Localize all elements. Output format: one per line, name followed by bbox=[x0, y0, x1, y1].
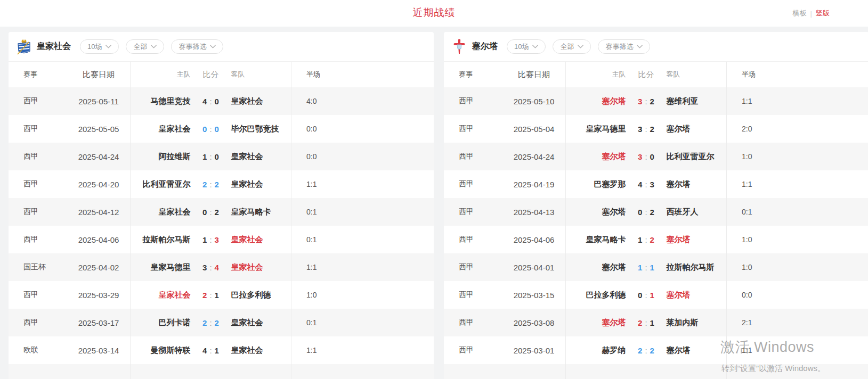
score bbox=[631, 374, 661, 379]
match-cell: 塞尔塔 2:1 莱加内斯 bbox=[565, 309, 726, 336]
competition-cell: 西甲 bbox=[444, 124, 502, 134]
halftime-cell: 1:0 bbox=[726, 253, 868, 281]
match-cell: 塞尔塔 1:1 拉斯帕尔马斯 bbox=[565, 253, 726, 281]
match-cell: 皇家社会 0:0 毕尔巴鄂竞技 bbox=[130, 115, 291, 143]
match-cell: 拉斯帕尔马斯 1:3 皇家社会 bbox=[130, 226, 291, 253]
competition-cell: 西甲 bbox=[9, 235, 67, 244]
table-row: 西甲 2025-04-06 拉斯帕尔马斯 1:3 皇家社会 0:1 bbox=[9, 226, 434, 253]
halftime-cell: 1:0 bbox=[726, 226, 868, 253]
col-score: 比分 bbox=[196, 70, 226, 80]
competition-cell: 西甲 bbox=[444, 290, 502, 300]
date-cell: 2025-03-15 bbox=[502, 291, 565, 300]
filter-label: 全部 bbox=[133, 42, 147, 52]
away-team: 塞尔塔 bbox=[667, 124, 727, 134]
col-away: 客队 bbox=[231, 70, 291, 79]
halftime-cell: 0:1 bbox=[291, 309, 434, 336]
home-team: 皇家社会 bbox=[131, 124, 191, 134]
table-row: 西甲 2025-03-15 巴拉多利德 0:1 塞尔塔 0:0 bbox=[444, 281, 868, 309]
home-team: 皇家马德里 bbox=[566, 124, 626, 134]
table-row: 西甲 2025-04-19 巴塞罗那 4:3 塞尔塔 1:1 bbox=[444, 170, 868, 198]
match-cell: 皇家马德里 3:2 塞尔塔 bbox=[565, 115, 726, 143]
date-cell: 2025-03-29 bbox=[67, 291, 130, 300]
table-row: 西甲 2025-05-11 马德里竞技 4:0 皇家社会 4:0 bbox=[9, 87, 434, 115]
table-row: 西甲 2025-05-05 皇家社会 0:0 毕尔巴鄂竞技 0:0 bbox=[9, 115, 434, 143]
table-row: 西甲 2025-03-08 塞尔塔 2:1 莱加内斯 2:1 bbox=[444, 309, 868, 336]
col-home: 主队 bbox=[566, 70, 626, 79]
away-team: 毕尔巴鄂竞技 bbox=[231, 124, 291, 134]
match-cell: 皇家社会 2:1 巴拉多利德 bbox=[130, 281, 291, 309]
date-cell: 2025-04-06 bbox=[502, 235, 565, 244]
home-team: 塞尔塔 bbox=[566, 262, 626, 273]
halftime-cell: 0:0 bbox=[726, 281, 868, 309]
away-team: 塞尔塔 bbox=[667, 235, 727, 245]
table-row: 西甲 2025-04-13 塞尔塔 0:2 西班牙人 0:1 bbox=[444, 198, 868, 226]
score: 1:0 bbox=[196, 152, 226, 161]
chevron-down-icon bbox=[578, 45, 583, 48]
page-title: 近期战绩 bbox=[413, 6, 456, 20]
competition-cell: 西甲 bbox=[444, 96, 502, 106]
competition-cell: 西甲 bbox=[444, 152, 502, 161]
table-row: 西甲 2025-04-12 皇家社会 0:2 皇家马略卡 0:1 bbox=[9, 198, 434, 226]
halftime-cell: 0:1 bbox=[291, 226, 434, 253]
date-cell: 2025-05-05 bbox=[67, 125, 130, 134]
score: 1:1 bbox=[631, 263, 661, 272]
match-cell: 比利亚雷亚尔 2:2 皇家社会 bbox=[130, 170, 291, 198]
match-cell: 马德里竞技 4:0 皇家社会 bbox=[130, 87, 291, 115]
col-date: 比赛日期 bbox=[67, 70, 130, 80]
date-cell: 2025-03-17 bbox=[67, 318, 130, 327]
home-team: 曼彻斯特联 bbox=[131, 345, 191, 356]
col-match: 主队 比分 客队 bbox=[130, 62, 291, 87]
date-cell: 2025-05-04 bbox=[502, 125, 565, 134]
competition-cell: 西甲 bbox=[444, 207, 502, 217]
table-row: 西甲 2025-04-24 塞尔塔 3:0 比利亚雷亚尔 1:0 bbox=[444, 143, 868, 170]
score: 4:3 bbox=[631, 180, 661, 189]
home-team: 巴列卡诺 bbox=[131, 318, 191, 328]
away-team: 比利亚雷亚尔 bbox=[667, 152, 727, 162]
away-team: 巴拉多利德 bbox=[231, 290, 291, 300]
table-row: 西甲 2025-03-17 巴列卡诺 2:2 皇家社会 0:1 bbox=[9, 309, 434, 336]
score: 2:1 bbox=[631, 318, 661, 327]
away-team: 皇家马略卡 bbox=[231, 207, 291, 217]
match-cell: 塞尔塔 0:2 西班牙人 bbox=[565, 198, 726, 226]
halftime-cell: 2:0 bbox=[726, 115, 868, 143]
filter-label: 10场 bbox=[514, 42, 529, 52]
match-cell: 皇家马德里 3:4 皇家社会 bbox=[130, 253, 291, 281]
table-row bbox=[9, 364, 434, 379]
filter-dropdown[interactable]: 赛事筛选 bbox=[171, 39, 223, 54]
away-team: 塞尔塔 bbox=[667, 179, 727, 190]
filter-dropdown[interactable]: 全部 bbox=[553, 39, 591, 54]
real-sociedad-crest-icon bbox=[16, 38, 32, 55]
competition-cell: 西甲 bbox=[444, 318, 502, 327]
score: 2:2 bbox=[196, 318, 226, 327]
home-team: 塞尔塔 bbox=[566, 207, 626, 217]
home-team: 塞尔塔 bbox=[566, 318, 626, 328]
col-competition: 赛事 bbox=[9, 70, 67, 79]
celta-vigo-crest-icon bbox=[451, 38, 467, 55]
halftime-cell: 0:0 bbox=[291, 143, 434, 170]
col-away: 客队 bbox=[667, 70, 727, 79]
away-team: 皇家社会 bbox=[231, 179, 291, 190]
table-row: 西甲 2025-03-01 赫罗纳 2:2 塞尔塔 1:1 bbox=[444, 336, 868, 364]
filter-dropdown[interactable]: 10场 bbox=[80, 39, 119, 54]
away-team: 西班牙人 bbox=[667, 207, 727, 217]
halftime-cell: 1:1 bbox=[291, 336, 434, 364]
layout-vertical-link[interactable]: 竖版 bbox=[816, 9, 830, 18]
match-cell: 巴列卡诺 2:2 皇家社会 bbox=[130, 309, 291, 336]
view-toggle: 横板 | 竖版 bbox=[793, 9, 830, 18]
halftime-cell: 1:1 bbox=[726, 87, 868, 115]
filter-dropdown[interactable]: 全部 bbox=[126, 39, 164, 54]
filter-dropdown[interactable]: 赛事筛选 bbox=[598, 39, 650, 54]
filter-dropdown[interactable]: 10场 bbox=[507, 39, 546, 54]
halftime-cell: 1:0 bbox=[291, 281, 434, 309]
away-team: 塞尔塔 bbox=[667, 290, 727, 300]
score: 0:0 bbox=[196, 125, 226, 134]
home-team: 赫罗纳 bbox=[566, 345, 626, 356]
layout-horizontal-link[interactable]: 横板 bbox=[793, 9, 807, 18]
col-date: 比赛日期 bbox=[502, 70, 565, 80]
results-table: 西甲 2025-05-10 塞尔塔 3:2 塞维利亚 1:1 西甲 2025-0… bbox=[444, 87, 868, 379]
date-cell: 2025-04-06 bbox=[67, 235, 130, 244]
match-cell: 塞尔塔 3:0 比利亚雷亚尔 bbox=[565, 143, 726, 170]
away-team: 皇家社会 bbox=[231, 96, 291, 106]
score: 4:1 bbox=[196, 346, 226, 355]
competition-cell: 西甲 bbox=[9, 179, 67, 189]
